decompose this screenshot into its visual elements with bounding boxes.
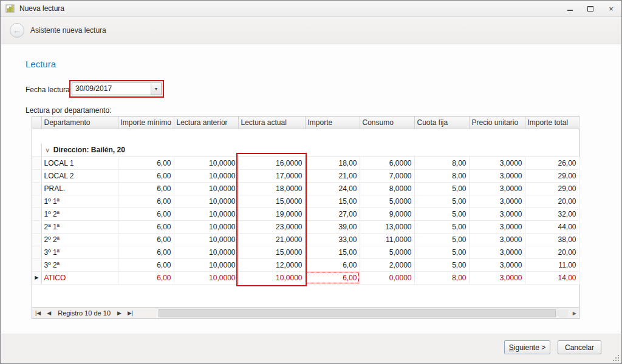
combo-dropdown-button[interactable]: ▼: [151, 83, 161, 95]
grid-cell[interactable]: 5,00: [414, 220, 469, 233]
grid-cell[interactable]: 10,0000: [174, 182, 238, 195]
close-button[interactable]: ×: [606, 4, 617, 13]
grid-cell[interactable]: 10,0000: [174, 233, 238, 246]
grid-row[interactable]: 2º 2ª6,0010,000021,000033,0011,00005,003…: [32, 233, 579, 246]
grid-cell[interactable]: 20,00: [525, 246, 579, 258]
grid-cell[interactable]: 11,00: [525, 258, 579, 271]
grid-cell[interactable]: 6,00: [118, 246, 174, 258]
grid-cell[interactable]: 10,0000: [174, 258, 238, 271]
grid-cell[interactable]: 17,0000: [238, 169, 305, 182]
back-button[interactable]: ←: [10, 23, 24, 38]
grid-cell[interactable]: 3,0000: [469, 195, 525, 207]
grid-row[interactable]: ▶ATICO6,0010,000010,00006,000,00008,003,…: [32, 271, 579, 284]
grid-cell[interactable]: 10,0000: [174, 195, 238, 207]
grid-cell[interactable]: 5,0000: [360, 195, 414, 207]
grid-cell[interactable]: ATICO: [41, 271, 118, 284]
grid-cell[interactable]: LOCAL 1: [41, 157, 118, 169]
grid-cell[interactable]: 13,0000: [360, 220, 414, 233]
grid-cell[interactable]: 1º 2ª: [41, 207, 118, 220]
grid-row[interactable]: 3º 2ª6,0010,000012,00006,002,00005,003,0…: [32, 258, 579, 271]
grid-cell[interactable]: 10,0000: [174, 169, 238, 182]
grid-cell[interactable]: 3,0000: [469, 258, 525, 271]
grid-cell[interactable]: 6,00: [305, 258, 360, 271]
grid-cell[interactable]: 6,00: [118, 169, 174, 182]
grid-cell[interactable]: 5,00: [414, 258, 469, 271]
grid-row[interactable]: LOCAL 16,0010,000016,000018,006,00008,00…: [32, 157, 579, 169]
grid-cell[interactable]: 2,0000: [360, 258, 414, 271]
siguiente-button[interactable]: Siguiente >: [504, 340, 550, 354]
grid-row[interactable]: LOCAL 26,0010,000017,000021,007,00008,00…: [32, 169, 579, 182]
grid-cell[interactable]: 3,0000: [469, 182, 525, 195]
grid-cell[interactable]: 6,00: [118, 271, 174, 284]
grid-cell[interactable]: 8,00: [414, 271, 469, 284]
grid-cell[interactable]: 10,0000: [174, 207, 238, 220]
grid-cell[interactable]: 3,0000: [469, 157, 525, 169]
grid-cell[interactable]: LOCAL 2: [41, 169, 118, 182]
grid-cell[interactable]: 5,00: [414, 182, 469, 195]
column-header-consumo[interactable]: Consumo: [360, 116, 414, 129]
grid-cell[interactable]: 6,00: [118, 233, 174, 246]
grid-cell[interactable]: 21,00: [305, 169, 360, 182]
grid-cell[interactable]: 5,00: [414, 195, 469, 207]
first-record-button[interactable]: |◀: [32, 310, 44, 316]
grid-cell[interactable]: 10,0000: [174, 220, 238, 233]
grid-cell[interactable]: 3,0000: [469, 233, 525, 246]
last-record-button[interactable]: ▶|: [125, 310, 136, 316]
grid-cell[interactable]: 5,0000: [360, 246, 414, 258]
grid-row[interactable]: PRAL.6,0010,000018,000024,008,00005,003,…: [32, 182, 579, 195]
column-header-importe[interactable]: Importe: [305, 116, 360, 129]
group-collapse-icon[interactable]: ∨: [46, 147, 50, 153]
column-header-importe-m-nimo[interactable]: Importe mínimo: [118, 116, 174, 129]
grid-cell[interactable]: 5,00: [414, 233, 469, 246]
grid-row[interactable]: 2ª 1ª6,0010,000023,000039,0013,00005,003…: [32, 220, 579, 233]
grid-cell[interactable]: 3,0000: [469, 207, 525, 220]
grid-cell[interactable]: 24,00: [305, 182, 360, 195]
grid-cell[interactable]: 10,0000: [174, 157, 238, 169]
next-record-button[interactable]: ▶: [114, 310, 125, 316]
grid-cell[interactable]: 6,00: [118, 195, 174, 207]
grid-cell[interactable]: 5,00: [414, 246, 469, 258]
grid-cell[interactable]: 0,0000: [360, 271, 414, 284]
grid-cell[interactable]: 3,0000: [469, 271, 525, 284]
column-header-departamento[interactable]: Departamento: [41, 116, 118, 129]
grid-cell[interactable]: 16,0000: [238, 157, 305, 169]
grid-cell[interactable]: 27,00: [305, 207, 360, 220]
grid-cell[interactable]: 10,0000: [238, 271, 305, 284]
grid-cell[interactable]: 9,0000: [360, 207, 414, 220]
grid-cell[interactable]: PRAL.: [41, 182, 118, 195]
grid-cell[interactable]: 3,0000: [469, 220, 525, 233]
grid-cell[interactable]: 8,0000: [360, 182, 414, 195]
grid-cell[interactable]: 18,00: [305, 157, 360, 169]
grid-cell[interactable]: 29,00: [525, 182, 579, 195]
grid-cell[interactable]: 33,00: [305, 233, 360, 246]
grid-cell[interactable]: 14,00: [525, 271, 579, 284]
grid-cell[interactable]: 3,0000: [469, 169, 525, 182]
column-header-lectura-actual[interactable]: Lectura actual: [238, 116, 305, 129]
column-header-precio-unitario[interactable]: Precio unitario: [469, 116, 525, 129]
grid-cell[interactable]: 5,00: [414, 207, 469, 220]
scroll-right-icon[interactable]: ▶: [573, 311, 576, 316]
grid-cell[interactable]: 29,00: [525, 169, 579, 182]
grid-cell[interactable]: 15,00: [305, 246, 360, 258]
grid-cell[interactable]: 6,00: [118, 220, 174, 233]
maximize-button[interactable]: [585, 4, 596, 13]
grid-cell[interactable]: 10,0000: [174, 246, 238, 258]
grid-cell[interactable]: 18,0000: [238, 182, 305, 195]
grid-cell[interactable]: 15,0000: [238, 195, 305, 207]
grid-cell[interactable]: 21,0000: [238, 233, 305, 246]
resize-grip[interactable]: [612, 354, 620, 362]
grid-row[interactable]: 3º 1ª6,0010,000015,000015,005,00005,003,…: [32, 246, 579, 258]
grid-cell[interactable]: 11,0000: [360, 233, 414, 246]
grid-cell[interactable]: 26,00: [525, 157, 579, 169]
scrollbar-thumb[interactable]: [159, 309, 556, 317]
grid-cell[interactable]: 32,00: [525, 207, 579, 220]
fecha-lectura-combobox[interactable]: 30/09/2017 ▼: [72, 83, 162, 95]
column-header-importe-total[interactable]: Importe total: [525, 116, 579, 129]
grid-cell[interactable]: 6,0000: [360, 157, 414, 169]
grid-cell[interactable]: 3,0000: [469, 246, 525, 258]
grid-cell[interactable]: 2ª 1ª: [41, 220, 118, 233]
grid-cell[interactable]: 8,00: [414, 169, 469, 182]
grid-cell[interactable]: 38,00: [525, 233, 579, 246]
grid-cell[interactable]: 39,00: [305, 220, 360, 233]
grid-row[interactable]: 1º 2ª6,0010,000019,000027,009,00005,003,…: [32, 207, 579, 220]
